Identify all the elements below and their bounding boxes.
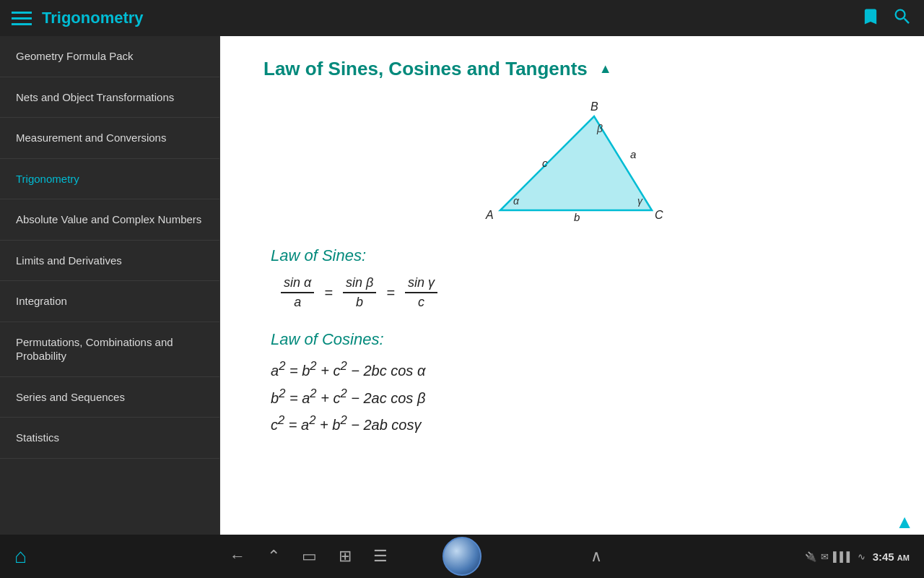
fraction-sin-alpha: sin α a [281, 275, 314, 310]
time-display: 3:45 AM [873, 551, 910, 563]
signal-icon: ▌▌▌ [833, 551, 853, 562]
svg-text:β: β [596, 123, 603, 134]
svg-text:γ: γ [637, 195, 643, 207]
search-icon[interactable] [892, 7, 912, 30]
svg-text:b: b [574, 211, 580, 223]
top-bar-right [860, 7, 912, 30]
section-title-text: Law of Sines, Cosines and Tangents [263, 58, 588, 80]
wifi-icon: ∿ [858, 551, 866, 562]
collapse-arrow-icon[interactable]: ▲ [599, 61, 612, 77]
law-of-sines-formula: sin α a = sin β b = sin γ c [278, 275, 895, 310]
sidebar-item-absolute[interactable]: Absolute Value and Complex Numbers [0, 199, 219, 241]
law-of-cosines-title: Law of Cosines: [271, 330, 895, 349]
svg-marker-0 [500, 116, 652, 210]
content-panel: Law of Sines, Cosines and Tangents ▲ B A… [220, 36, 924, 535]
bottom-bar: ⌂ ← ⌃ ▭ ⊞ ☰ ∧ 🔌 ✉ ▌▌▌ ∿ 3:45 AM ▲ [0, 535, 924, 578]
cosines-formula-1: a2 = b2 + c2 − 2bc cos α [271, 359, 895, 379]
chevron-up-icon[interactable]: ∧ [590, 547, 602, 566]
bottom-nav-right: ∧ [590, 547, 602, 566]
scroll-up-arrow[interactable]: ▲ [895, 511, 914, 533]
status-bar: 🔌 ✉ ▌▌▌ ∿ 3:45 AM [805, 551, 910, 563]
law-of-cosines-block: Law of Cosines: a2 = b2 + c2 − 2bc cos α… [263, 330, 895, 434]
sidebar-item-statistics[interactable]: Statistics [0, 418, 219, 459]
sidebar-item-trigonometry[interactable]: Trigonometry [0, 159, 219, 200]
main-area: Geometry Formula Pack Nets and Object Tr… [0, 36, 924, 535]
bottom-center [443, 537, 481, 576]
hamburger-icon[interactable] [12, 12, 32, 25]
svg-text:A: A [485, 209, 494, 221]
usb-icon: 🔌 [805, 551, 816, 562]
law-of-sines-block: Law of Sines: sin α a = sin β b = sin γ … [263, 246, 895, 310]
law-of-sines-title: Law of Sines: [271, 246, 895, 265]
sidebar: Geometry Formula Pack Nets and Object Tr… [0, 36, 220, 535]
cosines-formula-2: b2 = a2 + c2 − 2ac cos β [271, 387, 895, 407]
svg-text:c: c [542, 157, 548, 169]
sidebar-item-limits[interactable]: Limits and Derivatives [0, 241, 219, 282]
grid-icon[interactable]: ⊞ [339, 547, 352, 566]
status-icons: 🔌 ✉ ▌▌▌ ∿ [805, 551, 866, 562]
bottom-nav: ← ⌃ ▭ ⊞ ☰ [230, 547, 388, 566]
sidebar-item-permutations[interactable]: Permutations, Combinations and Probabili… [0, 322, 219, 377]
sidebar-item-geometry[interactable]: Geometry Formula Pack [0, 36, 219, 77]
recents-icon[interactable]: ▭ [302, 547, 317, 566]
fraction-sin-gamma: sin γ c [405, 275, 437, 310]
cosines-formula-3: c2 = a2 + b2 − 2ab cosγ [271, 413, 895, 434]
mail-icon: ✉ [821, 551, 829, 562]
sidebar-item-series[interactable]: Series and Sequences [0, 377, 219, 418]
app-title: Trigonometry [42, 9, 144, 27]
top-bar-left: Trigonometry [12, 9, 144, 27]
center-button[interactable] [443, 537, 481, 576]
menu-icon[interactable]: ☰ [373, 547, 388, 566]
section-title: Law of Sines, Cosines and Tangents ▲ [263, 58, 895, 80]
fraction-sin-beta: sin β b [343, 275, 376, 310]
bookmark-icon[interactable] [860, 7, 881, 30]
svg-text:a: a [630, 148, 636, 160]
top-bar: Trigonometry [0, 0, 924, 36]
sidebar-item-integration[interactable]: Integration [0, 281, 219, 322]
triangle-diagram: B A C c a b α β γ [263, 95, 895, 225]
home-icon[interactable]: ⌂ [14, 545, 27, 568]
home-nav-icon[interactable]: ⌃ [267, 547, 280, 566]
back-icon[interactable]: ← [230, 547, 245, 566]
svg-text:α: α [513, 195, 520, 207]
sidebar-item-measurement[interactable]: Measurement and Conversions [0, 118, 219, 159]
svg-text:C: C [655, 209, 663, 221]
sidebar-item-nets[interactable]: Nets and Object Transformations [0, 77, 219, 118]
svg-text:B: B [590, 100, 598, 113]
triangle-svg: B A C c a b α β γ [464, 95, 695, 225]
